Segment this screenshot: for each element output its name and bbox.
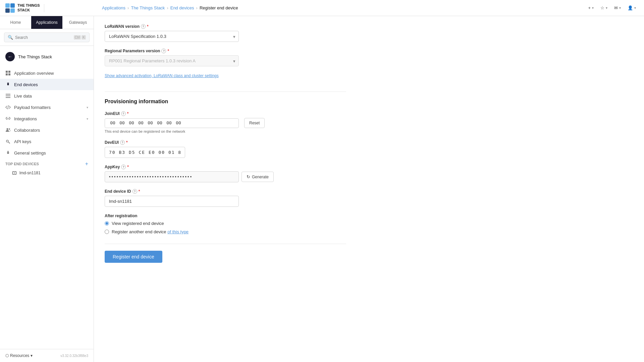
register-end-device-button[interactable]: Register end device <box>105 251 162 263</box>
sidebar-item-live-data[interactable]: Live data <box>0 90 94 102</box>
svg-rect-2 <box>6 73 8 75</box>
sidebar-item-collaborators[interactable]: Collaborators <box>0 124 94 136</box>
search-area: 🔍 Ctrl K <box>0 29 94 46</box>
app-key-help[interactable]: ? <box>121 165 126 169</box>
sidebar-back-section: ← The Things Stack <box>0 46 94 67</box>
svg-rect-3 <box>8 73 10 75</box>
app-key-input[interactable] <box>105 171 239 182</box>
after-registration-label: After registration <box>105 214 346 218</box>
join-eui-byte-1[interactable] <box>118 121 126 126</box>
add-button[interactable]: + ▾ <box>585 4 596 12</box>
join-eui-label: JoinEUI ? * <box>105 111 346 116</box>
sidebar-tabs: Home Applications Gateways <box>0 16 94 29</box>
back-label: The Things Stack <box>18 54 52 59</box>
link-icon <box>5 116 11 121</box>
top-nav: THE THINGS STACK Applications › The Thin… <box>0 0 644 16</box>
breadcrumb: Applications › The Things Stack › End de… <box>102 5 583 10</box>
end-device-id-group: End device ID ? * <box>105 189 346 207</box>
join-eui-byte-7[interactable] <box>174 121 183 126</box>
device-item-lmd[interactable]: lmd-sn1181 <box>0 168 94 178</box>
join-eui-byte-6[interactable] <box>165 121 173 126</box>
reset-button[interactable]: Reset <box>244 118 265 128</box>
svg-rect-0 <box>6 71 8 73</box>
lorawan-version-help[interactable]: ? <box>141 24 146 29</box>
join-eui-byte-0[interactable] <box>108 121 117 126</box>
join-eui-byte-5[interactable] <box>155 121 164 126</box>
app-key-label: AppKey ? * <box>105 165 346 169</box>
end-device-id-help[interactable]: ? <box>132 189 137 194</box>
join-eui-byte-2[interactable] <box>127 121 136 126</box>
sidebar-item-end-devices[interactable]: End devices <box>0 79 94 90</box>
sidebar-item-payload-formatters[interactable]: Payload formatters ▾ <box>0 102 94 113</box>
register-form: LoRaWAN version ? * LoRaWAN Specificatio… <box>105 24 346 263</box>
favorites-button[interactable]: ☆ ▾ <box>598 4 610 12</box>
svg-point-12 <box>14 173 15 174</box>
join-eui-hint: This end device can be registered on the… <box>105 129 346 133</box>
dev-eui-help[interactable]: ? <box>120 140 125 145</box>
end-device-id-label: End device ID ? * <box>105 189 346 194</box>
radio-view-device[interactable]: View registered end device <box>105 221 346 226</box>
register-section: Register end device <box>105 244 346 263</box>
lorawan-version-select-wrapper: LoRaWAN Specification 1.0.3 <box>105 31 239 42</box>
breadcrumb-applications[interactable]: Applications <box>102 5 125 10</box>
of-this-type-link[interactable]: of this type <box>167 229 189 234</box>
join-eui-byte-3[interactable] <box>137 121 145 126</box>
svg-rect-7 <box>6 97 10 98</box>
gear-icon <box>5 150 11 156</box>
generate-button[interactable]: ↻ Generate <box>241 172 274 182</box>
tab-applications[interactable]: Applications <box>31 16 62 29</box>
search-input[interactable] <box>15 35 72 40</box>
join-eui-byte-4[interactable] <box>146 121 155 126</box>
add-device-button[interactable]: + <box>85 161 88 167</box>
logo-area: THE THINGS STACK <box>5 3 99 13</box>
lorawan-version-group: LoRaWAN version ? * LoRaWAN Specificatio… <box>105 24 346 42</box>
radio-view-input[interactable] <box>105 221 109 226</box>
top-end-devices-header: Top end devices + <box>0 159 94 168</box>
svg-rect-1 <box>8 71 10 73</box>
svg-point-8 <box>7 128 8 130</box>
radio-register-another[interactable]: Register another end device of this type <box>105 229 346 234</box>
tab-home[interactable]: Home <box>0 16 31 29</box>
sidebar-item-application-overview[interactable]: Application overview <box>0 67 94 79</box>
search-shortcut: Ctrl K <box>74 35 86 40</box>
breadcrumb-things-stack[interactable]: The Things Stack <box>131 5 165 10</box>
notifications-button[interactable]: ✉ ▾ <box>611 4 624 12</box>
user-button[interactable]: 👤 ▾ <box>625 4 639 12</box>
expand-icon-integrations: ▾ <box>87 117 88 121</box>
sidebar-item-api-keys[interactable]: API keys <box>0 136 94 147</box>
search-box: 🔍 Ctrl K <box>4 33 90 42</box>
resources-chevron: ▾ <box>31 353 33 358</box>
dev-eui-label: DevEUI ? * <box>105 140 346 145</box>
advanced-settings-link[interactable]: Show advanced activation, LoRaWAN class … <box>105 73 219 78</box>
key-icon <box>5 139 11 144</box>
logo-text: THE THINGS STACK <box>17 3 40 12</box>
join-eui-group: JoinEUI ? * Reset <box>105 111 346 133</box>
main-content: LoRaWAN version ? * LoRaWAN Specificatio… <box>94 16 644 362</box>
settings-icon <box>5 82 11 87</box>
regional-params-label: Regional Parameters version ? * <box>105 49 346 53</box>
tab-gateways[interactable]: Gateways <box>62 16 94 29</box>
end-device-id-input[interactable] <box>105 196 239 207</box>
breadcrumb-current: Register end device <box>200 5 238 10</box>
regional-params-select[interactable]: RP001 Regional Parameters 1.0.3 revision… <box>105 55 239 66</box>
regional-params-select-wrapper: RP001 Regional Parameters 1.0.3 revision… <box>105 55 239 66</box>
dev-eui-group: DevEUI ? * <box>105 140 346 158</box>
resources-button[interactable]: ⬡ Resources ▾ <box>5 353 33 358</box>
join-eui-help[interactable]: ? <box>121 111 126 116</box>
back-button[interactable]: ← The Things Stack <box>0 49 94 65</box>
sidebar-item-integrations[interactable]: Integrations ▾ <box>0 113 94 124</box>
svg-rect-6 <box>6 96 10 96</box>
sidebar-item-general-settings[interactable]: General settings <box>0 147 94 159</box>
join-eui-input <box>105 118 239 128</box>
svg-rect-5 <box>6 94 10 95</box>
dev-eui-input[interactable] <box>105 147 185 158</box>
lorawan-version-select[interactable]: LoRaWAN Specification 1.0.3 <box>105 31 239 42</box>
radio-another-input[interactable] <box>105 230 109 234</box>
regional-params-help[interactable]: ? <box>161 49 166 53</box>
resources-icon: ⬡ <box>5 353 9 358</box>
join-eui-row: Reset <box>105 118 346 128</box>
regional-params-group: Regional Parameters version ? * RP001 Re… <box>105 49 346 66</box>
device-icon <box>12 171 17 175</box>
breadcrumb-end-devices[interactable]: End devices <box>170 5 194 10</box>
app-key-row: ↻ Generate <box>105 171 346 182</box>
